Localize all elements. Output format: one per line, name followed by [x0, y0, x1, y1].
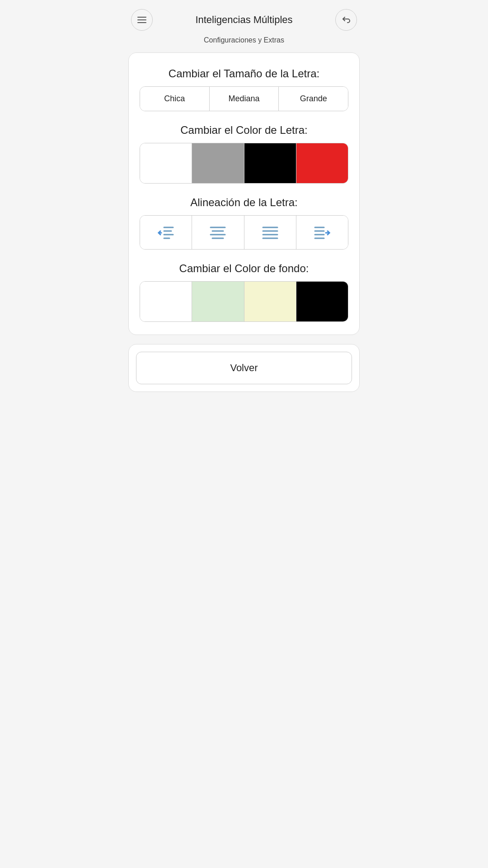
- font-size-options: Chica Mediana Grande: [140, 86, 348, 111]
- alignment-options: [140, 215, 348, 250]
- footer-card: Volver: [128, 344, 360, 392]
- back-button[interactable]: [335, 9, 357, 31]
- align-right-icon: [312, 224, 332, 241]
- font-color-title: Cambiar el Color de Letra:: [140, 124, 348, 137]
- align-justify-button[interactable]: [244, 216, 296, 249]
- font-size-grande[interactable]: Grande: [279, 87, 348, 111]
- bg-color-section: Cambiar el Color de fondo:: [140, 262, 348, 322]
- bg-color-options: [140, 281, 348, 322]
- menu-button[interactable]: [131, 9, 153, 31]
- bg-color-green[interactable]: [192, 282, 244, 321]
- align-center-icon: [208, 224, 228, 241]
- font-color-section: Cambiar el Color de Letra:: [140, 124, 348, 184]
- main-card: Cambiar el Tamaño de la Letra: Chica Med…: [128, 52, 360, 335]
- align-left-button[interactable]: [140, 216, 192, 249]
- font-size-mediana[interactable]: Mediana: [210, 87, 279, 111]
- bg-color-white[interactable]: [140, 282, 192, 321]
- volver-button[interactable]: Volver: [136, 352, 352, 384]
- font-size-chica[interactable]: Chica: [140, 87, 210, 111]
- align-center-button[interactable]: [192, 216, 244, 249]
- font-color-gray[interactable]: [192, 143, 244, 183]
- bg-color-black[interactable]: [296, 282, 348, 321]
- bg-color-yellow[interactable]: [244, 282, 296, 321]
- alignment-title: Alineación de la Letra:: [140, 196, 348, 209]
- bg-color-title: Cambiar el Color de fondo:: [140, 262, 348, 275]
- align-right-button[interactable]: [296, 216, 348, 249]
- font-color-red[interactable]: [296, 143, 348, 183]
- align-left-icon: [156, 224, 176, 241]
- font-color-black[interactable]: [244, 143, 296, 183]
- align-justify-icon: [260, 224, 280, 241]
- font-size-section: Cambiar el Tamaño de la Letra: Chica Med…: [140, 67, 348, 111]
- font-color-options: [140, 143, 348, 184]
- page-title: Inteligencias Múltiples: [153, 14, 335, 26]
- subtitle: Configuraciones y Extras: [122, 34, 366, 52]
- alignment-section: Alineación de la Letra:: [140, 196, 348, 250]
- font-size-title: Cambiar el Tamaño de la Letra:: [140, 67, 348, 80]
- font-color-white[interactable]: [140, 143, 192, 183]
- header: Inteligencias Múltiples: [122, 0, 366, 34]
